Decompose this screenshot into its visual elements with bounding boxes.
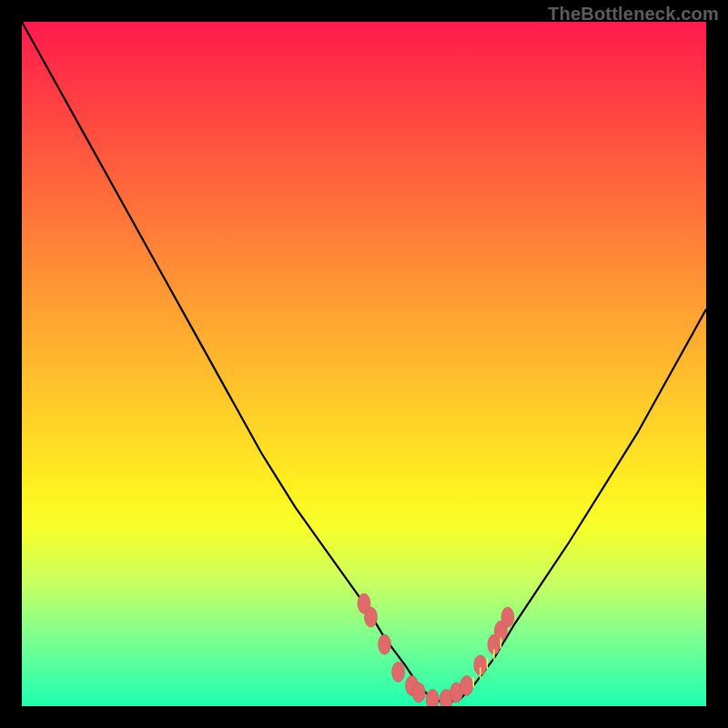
plot-area [22, 22, 706, 706]
valley-marker [412, 682, 425, 703]
chart-frame: TheBottleneck.com [0, 0, 728, 728]
valley-markers [358, 593, 514, 706]
valley-marker [460, 675, 473, 695]
curve-svg [22, 22, 706, 706]
valley-marker [426, 690, 439, 707]
valley-marker [501, 607, 514, 627]
valley-marker [365, 607, 378, 627]
valley-marker [379, 634, 391, 654]
valley-marker [392, 662, 405, 682]
